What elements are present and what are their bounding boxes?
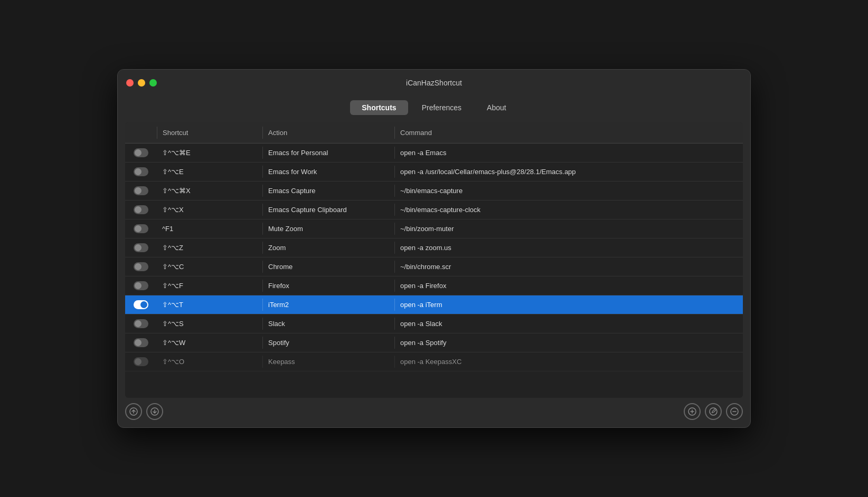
row-shortcut: ⇧^⌥⌘E	[157, 147, 262, 159]
row-command: open -a Emacs	[394, 147, 743, 159]
add-button[interactable]	[684, 403, 701, 420]
move-up-button[interactable]	[125, 403, 142, 420]
toolbar-bottom	[118, 398, 750, 427]
row-action: iTerm2	[262, 299, 394, 311]
row-action: Emacs Capture	[262, 185, 394, 197]
row-shortcut: ⇧^⌥C	[157, 261, 262, 273]
app-window: iCanHazShortcut Shortcuts Preferences Ab…	[117, 69, 751, 428]
close-button[interactable]	[126, 79, 134, 87]
table-row[interactable]: ⇧^⌥SSlackopen -a Slack	[125, 314, 743, 333]
row-shortcut: ⇧^⌥T	[157, 299, 262, 311]
table-row[interactable]: ⇧^⌥⌘EEmacs for Personalopen -a Emacs	[125, 144, 743, 163]
row-toggle-cell	[125, 203, 157, 216]
tab-preferences[interactable]: Preferences	[410, 100, 473, 115]
row-command: open -a /usr/local/Cellar/emacs-plus@28/…	[394, 166, 743, 178]
table-row[interactable]: ⇧^⌥ZZoomopen -a zoom.us	[125, 238, 743, 257]
table-body: ⇧^⌥⌘EEmacs for Personalopen -a Emacs⇧^⌥E…	[125, 144, 743, 398]
table-row[interactable]: ⇧^⌥XEmacs Capture Clipboard~/bin/emacs-c…	[125, 200, 743, 219]
row-toggle-cell	[125, 184, 157, 197]
move-down-button[interactable]	[146, 403, 163, 420]
table-row[interactable]: ⇧^⌥TiTerm2open -a iTerm	[125, 295, 743, 314]
row-shortcut: ⇧^⌥W	[157, 337, 262, 349]
edit-button[interactable]	[705, 403, 722, 420]
row-action: Firefox	[262, 280, 394, 292]
toggle-switch[interactable]	[134, 338, 148, 347]
titlebar: iCanHazShortcut	[118, 70, 750, 96]
row-command: open -a Slack	[394, 318, 743, 330]
row-shortcut: ⇧^⌥O	[157, 356, 262, 368]
table-row[interactable]: ⇧^⌥⌘XEmacs Capture~/bin/emacs-capture	[125, 181, 743, 200]
minimize-button[interactable]	[138, 79, 145, 87]
row-command: ~/bin/emacs-capture	[394, 185, 743, 197]
row-toggle-cell	[125, 336, 157, 349]
row-command: open -a iTerm	[394, 299, 743, 311]
col-action: Action	[262, 127, 394, 139]
toggle-switch[interactable]	[134, 300, 148, 309]
maximize-button[interactable]	[149, 79, 157, 87]
row-command: open -a zoom.us	[394, 242, 743, 254]
row-command: ~/bin/zoom-muter	[394, 223, 743, 235]
row-toggle-cell	[125, 241, 157, 254]
row-toggle-cell	[125, 260, 157, 273]
row-shortcut: ⇧^⌥⌘X	[157, 185, 262, 197]
table-row[interactable]: ⇧^⌥CChrome~/bin/chrome.scr	[125, 257, 743, 276]
toolbar-right	[684, 403, 743, 420]
toggle-switch[interactable]	[134, 243, 148, 252]
row-toggle-cell	[125, 279, 157, 292]
row-toggle-cell	[125, 165, 157, 178]
table-row[interactable]: ⇧^⌥OKeepassopen -a KeepassXC	[125, 352, 743, 371]
tab-shortcuts[interactable]: Shortcuts	[350, 100, 408, 115]
row-action: Zoom	[262, 242, 394, 254]
row-toggle-cell	[125, 355, 157, 368]
row-action: Emacs for Personal	[262, 147, 394, 159]
row-shortcut: ⇧^⌥Z	[157, 242, 262, 254]
tab-about[interactable]: About	[475, 100, 518, 115]
row-action: Emacs Capture Clipboard	[262, 204, 394, 216]
row-shortcut: ^F1	[157, 223, 262, 235]
row-toggle-cell	[125, 146, 157, 159]
col-shortcut: Shortcut	[157, 127, 262, 139]
col-toggle	[125, 127, 157, 139]
row-action: Mute Zoom	[262, 223, 394, 235]
toggle-switch[interactable]	[134, 186, 148, 195]
col-command: Command	[394, 127, 743, 139]
table-header: Shortcut Action Command	[125, 122, 743, 144]
toolbar-left	[125, 403, 163, 420]
row-command: open -a KeepassXC	[394, 356, 743, 368]
row-shortcut: ⇧^⌥S	[157, 318, 262, 330]
row-command: open -a Firefox	[394, 280, 743, 292]
toggle-switch[interactable]	[134, 167, 148, 176]
toggle-switch[interactable]	[134, 357, 148, 366]
content-area: Shortcut Action Command ⇧^⌥⌘EEmacs for P…	[125, 122, 743, 398]
row-toggle-cell	[125, 298, 157, 311]
toggle-switch[interactable]	[134, 148, 148, 157]
table-row[interactable]: ⇧^⌥EEmacs for Workopen -a /usr/local/Cel…	[125, 163, 743, 181]
row-command: ~/bin/chrome.scr	[394, 261, 743, 273]
window-title: iCanHazShortcut	[406, 79, 462, 87]
toggle-switch[interactable]	[134, 224, 148, 233]
table-row[interactable]: ^F1Mute Zoom~/bin/zoom-muter	[125, 219, 743, 238]
toggle-switch[interactable]	[134, 281, 148, 290]
table-row[interactable]: ⇧^⌥WSpotifyopen -a Spotify	[125, 333, 743, 352]
traffic-lights	[126, 79, 157, 87]
row-shortcut: ⇧^⌥X	[157, 204, 262, 216]
row-action: Slack	[262, 318, 394, 330]
row-shortcut: ⇧^⌥F	[157, 280, 262, 292]
toggle-switch[interactable]	[134, 262, 148, 271]
toggle-switch[interactable]	[134, 319, 148, 328]
remove-button[interactable]	[726, 403, 743, 420]
toggle-switch[interactable]	[134, 205, 148, 214]
row-command: open -a Spotify	[394, 337, 743, 349]
row-toggle-cell	[125, 222, 157, 235]
tab-bar: Shortcuts Preferences About	[118, 96, 750, 122]
row-action: Emacs for Work	[262, 166, 394, 178]
row-command: ~/bin/emacs-capture-clock	[394, 204, 743, 216]
row-toggle-cell	[125, 317, 157, 330]
row-shortcut: ⇧^⌥E	[157, 166, 262, 178]
row-action: Spotify	[262, 337, 394, 349]
row-action: Keepass	[262, 356, 394, 368]
table-row[interactable]: ⇧^⌥FFirefoxopen -a Firefox	[125, 276, 743, 295]
row-action: Chrome	[262, 261, 394, 273]
